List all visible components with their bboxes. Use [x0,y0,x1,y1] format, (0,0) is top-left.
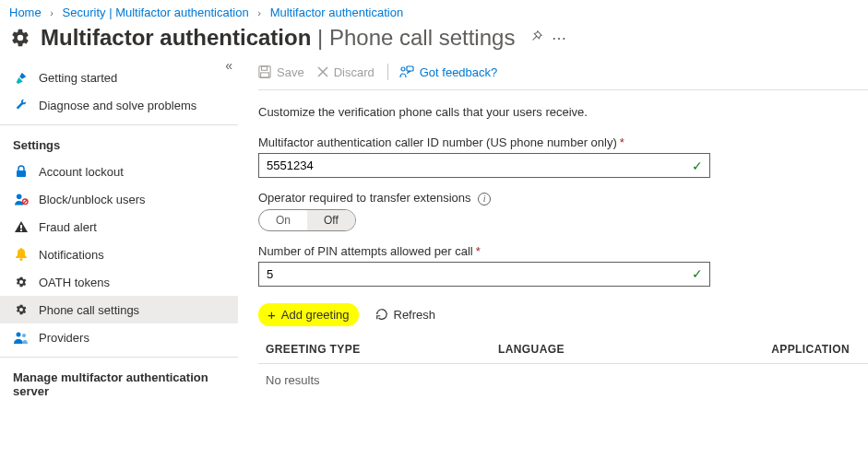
lock-icon [13,164,30,179]
svg-point-14 [401,67,405,71]
sidebar-label: Diagnose and solve problems [39,99,196,112]
sidebar-label: Phone call settings [39,303,139,317]
sidebar-item-oath-tokens[interactable]: OATH tokens [0,268,238,296]
pin-attempts-input[interactable] [258,262,710,287]
warning-icon [13,219,30,234]
bell-icon [13,247,30,262]
col-greeting-type[interactable]: GREETING TYPE [258,343,498,356]
toolbar: Save Discard Got feedback? [258,58,868,90]
refresh-icon [375,308,388,321]
wrench-icon [13,98,30,112]
svg-rect-5 [20,229,22,231]
sidebar-label: Getting started [39,71,117,85]
svg-line-3 [23,200,27,204]
svg-point-1 [16,194,21,199]
pin-icon[interactable] [529,30,542,46]
page-header: Multifactor authentication | Phone call … [0,23,868,58]
pin-attempts-label: Number of PIN attempts allowed per call* [258,244,868,258]
svg-point-7 [17,332,21,336]
check-icon: ✓ [692,266,703,281]
sidebar-label: Providers [39,331,89,345]
caller-id-label: Multifactor authentication caller ID num… [258,135,868,149]
col-application[interactable]: APPLICATION [729,343,868,356]
sidebar-item-diagnose[interactable]: Diagnose and solve problems [0,91,238,119]
sidebar-label: OATH tokens [39,276,110,289]
breadcrumb-security[interactable]: Security | Multifactor authentication [63,6,249,19]
sidebar-section-manage: Manage multifactor authentication server [0,357,238,404]
close-icon [317,66,328,77]
check-icon: ✓ [692,159,703,173]
breadcrumb-home[interactable]: Home [9,6,42,19]
toolbar-divider [387,64,388,80]
save-button[interactable]: Save [258,65,304,79]
add-greeting-button[interactable]: + Add greeting [258,303,359,326]
gear-icon [9,27,31,49]
description-text: Customize the verification phone calls t… [258,105,868,119]
user-block-icon [13,192,30,206]
sidebar-section-settings: Settings [0,124,238,158]
operator-label: Operator required to transfer extensions… [258,191,868,206]
sidebar-label: Block/unblock users [39,193,146,206]
svg-rect-4 [20,225,22,229]
greetings-table: GREETING TYPE LANGUAGE APPLICATION No re… [258,335,868,396]
collapse-icon[interactable]: « [225,58,232,73]
operator-toggle[interactable]: On Off [258,209,356,231]
sidebar-item-providers[interactable]: Providers [0,323,238,351]
svg-rect-0 [17,170,26,177]
feedback-button[interactable]: Got feedback? [399,65,498,79]
discard-button[interactable]: Discard [317,65,375,79]
main-content: Save Discard Got feedback? Customize [238,58,868,469]
breadcrumb: Home › Security | Multifactor authentica… [0,0,868,23]
svg-point-6 [20,258,23,261]
no-results-row: No results [258,364,868,396]
sidebar-item-account-lockout[interactable]: Account lockout [0,158,238,185]
gear-icon [13,275,30,289]
toggle-on[interactable]: On [259,210,307,230]
sidebar-item-notifications[interactable]: Notifications [0,241,238,268]
svg-rect-11 [261,73,269,77]
chevron-right-icon: › [252,7,267,18]
more-icon[interactable]: ⋯ [552,29,567,47]
required-indicator: * [476,244,481,258]
svg-point-8 [22,334,26,337]
sidebar-label: Account lockout [39,165,124,179]
table-header: GREETING TYPE LANGUAGE APPLICATION [258,335,868,364]
sidebar-label: Fraud alert [39,220,97,234]
sidebar-item-phone-call[interactable]: Phone call settings [0,296,238,323]
chevron-right-icon: › [44,7,59,18]
rocket-icon [13,70,30,85]
sidebar-item-fraud-alert[interactable]: Fraud alert [0,213,238,241]
required-indicator: * [620,135,624,149]
sidebar: « Getting started Diagnose and solve pro… [0,58,238,469]
gear-icon [13,302,30,317]
caller-id-input[interactable] [258,153,710,178]
sidebar-label: Notifications [39,248,104,262]
col-language[interactable]: LANGUAGE [498,343,729,356]
info-icon[interactable]: i [478,193,491,206]
svg-rect-15 [407,66,413,71]
toggle-off[interactable]: Off [307,210,355,230]
page-title: Multifactor authentication | Phone call … [41,25,515,51]
person-feedback-icon [399,65,414,78]
users-icon [13,330,30,345]
sidebar-item-getting-started[interactable]: Getting started [0,64,238,91]
svg-rect-10 [262,66,268,70]
breadcrumb-mfa[interactable]: Multifactor authentication [270,6,404,19]
refresh-button[interactable]: Refresh [366,304,446,325]
sidebar-item-block-unblock[interactable]: Block/unblock users [0,185,238,213]
plus-icon: + [268,307,276,323]
save-icon [258,65,271,78]
